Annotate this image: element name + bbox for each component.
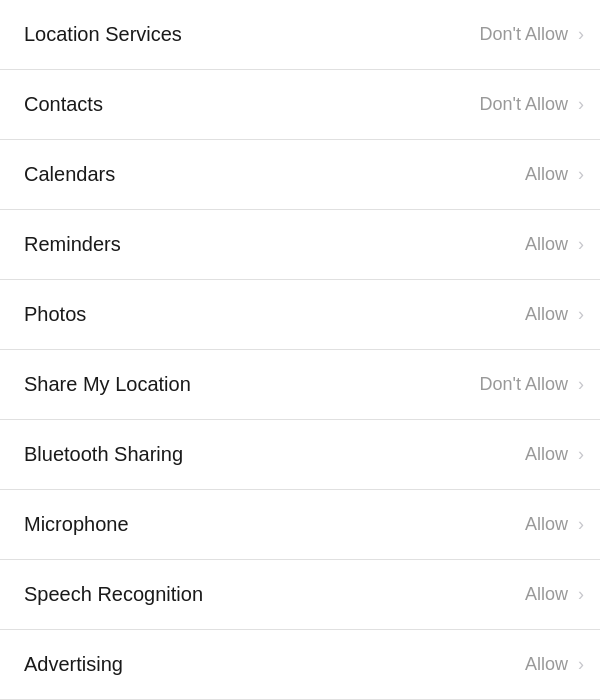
row-right-microphone: Allow› [525,514,584,535]
value-microphone: Allow [525,514,568,535]
chevron-right-icon: › [578,164,584,185]
row-right-location-services: Don't Allow› [480,24,584,45]
label-contacts: Contacts [24,93,103,116]
value-advertising: Allow [525,654,568,675]
value-reminders: Allow [525,234,568,255]
row-right-advertising: Allow› [525,654,584,675]
row-right-contacts: Don't Allow› [480,94,584,115]
settings-row-share-my-location[interactable]: Share My LocationDon't Allow› [0,350,600,420]
row-right-share-my-location: Don't Allow› [480,374,584,395]
chevron-right-icon: › [578,514,584,535]
value-photos: Allow [525,304,568,325]
label-advertising: Advertising [24,653,123,676]
chevron-right-icon: › [578,374,584,395]
label-location-services: Location Services [24,23,182,46]
settings-row-advertising[interactable]: AdvertisingAllow› [0,630,600,700]
settings-row-speech-recognition[interactable]: Speech RecognitionAllow› [0,560,600,630]
label-calendars: Calendars [24,163,115,186]
chevron-right-icon: › [578,24,584,45]
row-right-reminders: Allow› [525,234,584,255]
chevron-right-icon: › [578,584,584,605]
chevron-right-icon: › [578,304,584,325]
value-location-services: Don't Allow [480,24,568,45]
settings-row-microphone[interactable]: MicrophoneAllow› [0,490,600,560]
chevron-right-icon: › [578,654,584,675]
value-bluetooth-sharing: Allow [525,444,568,465]
label-share-my-location: Share My Location [24,373,191,396]
settings-row-calendars[interactable]: CalendarsAllow› [0,140,600,210]
value-contacts: Don't Allow [480,94,568,115]
settings-row-reminders[interactable]: RemindersAllow› [0,210,600,280]
settings-list: Location ServicesDon't Allow›ContactsDon… [0,0,600,700]
label-bluetooth-sharing: Bluetooth Sharing [24,443,183,466]
row-right-calendars: Allow› [525,164,584,185]
value-calendars: Allow [525,164,568,185]
chevron-right-icon: › [578,94,584,115]
chevron-right-icon: › [578,234,584,255]
label-reminders: Reminders [24,233,121,256]
row-right-speech-recognition: Allow› [525,584,584,605]
label-photos: Photos [24,303,86,326]
settings-row-location-services[interactable]: Location ServicesDon't Allow› [0,0,600,70]
label-microphone: Microphone [24,513,129,536]
value-speech-recognition: Allow [525,584,568,605]
row-right-bluetooth-sharing: Allow› [525,444,584,465]
settings-row-photos[interactable]: PhotosAllow› [0,280,600,350]
chevron-right-icon: › [578,444,584,465]
settings-row-bluetooth-sharing[interactable]: Bluetooth SharingAllow› [0,420,600,490]
label-speech-recognition: Speech Recognition [24,583,203,606]
row-right-photos: Allow› [525,304,584,325]
value-share-my-location: Don't Allow [480,374,568,395]
settings-row-contacts[interactable]: ContactsDon't Allow› [0,70,600,140]
